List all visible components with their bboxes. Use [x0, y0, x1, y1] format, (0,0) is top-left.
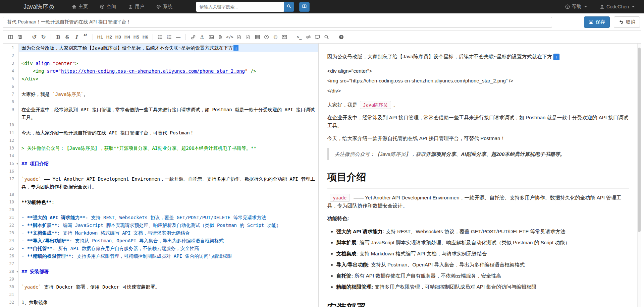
- token-header: ## 项目介绍: [21, 161, 49, 166]
- nav-item-home[interactable]: 主页: [72, 4, 88, 10]
- source-line: 15▼## 项目介绍: [3, 160, 318, 168]
- strikethrough-label: S: [65, 34, 69, 40]
- undo-arrow-icon: [619, 19, 624, 25]
- unwatch-button[interactable]: [304, 33, 313, 42]
- save-button[interactable]: [15, 33, 24, 42]
- article-title-input[interactable]: [3, 17, 552, 28]
- source-line: 22- **脚本扩展**: 编写 JavaScript 脚本实现请求预处理、响应…: [3, 222, 318, 229]
- help-icon: ?: [339, 35, 344, 40]
- token-txt: 支持 Docker 部署，使用 Docker 可快速安装部署。: [41, 284, 160, 290]
- datetime-button[interactable]: [262, 33, 271, 42]
- line-number: 6: [3, 83, 19, 90]
- source-line: 10: [3, 121, 318, 129]
- ordered-list-button[interactable]: 123: [165, 33, 173, 42]
- token-txt: :: [52, 199, 54, 205]
- layout-toggle-button[interactable]: [299, 2, 310, 12]
- help-button[interactable]: ?: [337, 33, 345, 42]
- help-menu[interactable]: ? 帮助: [565, 4, 587, 10]
- source-line-text: - **脚本扩展**: 编写 JavaScript 脚本实现请求预处理、响应解析…: [19, 222, 318, 229]
- token-quote: > 关注微信公众号：【Java陈序员】，获取**开源项目分享、AI副业分享、超2…: [21, 145, 256, 151]
- preview-paragraph: 今天，给大家介绍一款开源自托管的在线 API 接口管理平台，可替代 Postma…: [327, 134, 629, 142]
- inline-code-button[interactable]: </>: [225, 33, 234, 42]
- fold-arrow-icon[interactable]: ▼: [16, 268, 18, 275]
- nav-item-system[interactable]: 系统: [156, 4, 172, 10]
- line-number: 12: [3, 137, 19, 144]
- source-line: 30`yaade` 支持 Docker 部署，使用 Docker 可快速安装部署…: [3, 283, 318, 291]
- preview-scrollbar-thumb[interactable]: [638, 48, 641, 232]
- link-button[interactable]: [189, 33, 197, 42]
- search-button[interactable]: [284, 2, 294, 12]
- token-txt: —— Yet Another API Development Environme…: [21, 176, 315, 189]
- line-number: 1: [3, 44, 19, 52]
- source-line: 24- **导入/导出功能**: 支持从 Postman、OpenAPI 导入集…: [3, 237, 318, 245]
- user-menu[interactable]: CodeChen: [600, 4, 635, 9]
- preview-text: —— Yet Another API Development Environme…: [327, 195, 622, 208]
- source-pane[interactable]: 1因为公众号改版，大家别忘了给【Java陈序员】设个星标，后续才不会失联~星标的…: [3, 44, 319, 307]
- link-icon: [191, 35, 196, 40]
- token-lstrong: **脚本扩展**: [27, 223, 57, 228]
- source-line-text: </div>: [19, 75, 318, 83]
- list-item: 文档集成: 支持 Markdown 格式编写 API 文档，与请求实例无缝结合: [336, 250, 629, 258]
- title-bar: 保存 取消: [0, 13, 644, 30]
- nav-item-users[interactable]: 用户: [128, 4, 144, 10]
- gear-icon: [156, 4, 161, 9]
- preview-scrollbar-track[interactable]: [637, 44, 641, 307]
- source-line-text: - **自托管**: 所有 API 数据存储在用户自有服务器，不依赖云端服务，安…: [19, 245, 318, 252]
- undo-button[interactable]: ↺: [30, 33, 39, 42]
- italic-button[interactable]: I: [72, 33, 80, 42]
- attachment-button[interactable]: [216, 33, 224, 42]
- source-line-text: <div align="center">: [19, 60, 318, 67]
- token-str: ": [58, 68, 61, 74]
- goto-line-button[interactable]: >_: [295, 33, 304, 42]
- cube-icon: [100, 4, 105, 9]
- preview-pane[interactable]: 因为公众号改版，大家别忘了给【Java陈序员】设个星标，后续才不会失联~星标的设…: [319, 44, 641, 307]
- toolbar-divider: [27, 34, 27, 40]
- fold-arrow-icon[interactable]: ▼: [16, 160, 18, 168]
- copyright-button[interactable]: ©: [271, 33, 280, 42]
- top-navbar: Java陈序员 主页 空间 用户 系统 ? 帮助: [0, 0, 644, 13]
- token-list: : 支持 REST、Websockets 协议，覆盖 GET/POST/PUT/…: [86, 215, 266, 220]
- save-button[interactable]: 保存: [584, 16, 610, 28]
- section-heading: 项目介绍: [327, 169, 629, 189]
- list-item: 精细的权限管理: 支持多用户权限管理，可精细控制团队成员对 API 集合的访问与…: [336, 283, 629, 291]
- line-number: 24: [3, 237, 19, 245]
- fullscreen-preview-button[interactable]: [313, 33, 322, 42]
- image-button[interactable]: [207, 33, 215, 42]
- h2-button[interactable]: H2: [105, 33, 113, 42]
- nav-item-space[interactable]: 空间: [100, 4, 116, 10]
- split-view-button[interactable]: [6, 33, 15, 42]
- source-line-text: [19, 291, 318, 299]
- code-block-button[interactable]: [235, 33, 244, 42]
- h5-button[interactable]: H5: [132, 33, 141, 42]
- quote-button[interactable]: “: [81, 33, 90, 42]
- h3-button[interactable]: H3: [114, 33, 122, 42]
- token-list: -: [21, 215, 27, 220]
- user-icon: [600, 4, 604, 9]
- line-number: 18: [3, 191, 19, 198]
- search-input[interactable]: [196, 2, 284, 12]
- redo-button[interactable]: ↻: [39, 33, 48, 42]
- h6-label: H6: [143, 35, 148, 40]
- html-entities-button[interactable]: [280, 33, 289, 42]
- h1-button[interactable]: H1: [96, 33, 104, 42]
- search-button[interactable]: [322, 33, 331, 42]
- cancel-button[interactable]: 取消: [614, 16, 640, 28]
- unordered-list-button[interactable]: [156, 33, 164, 42]
- toolbar-divider: [334, 34, 334, 40]
- table-button[interactable]: [253, 33, 262, 42]
- source-line-text: ## 安装部署: [19, 268, 318, 275]
- source-line: 29: [3, 275, 318, 283]
- horizontal-rule-button[interactable]: —: [174, 33, 182, 42]
- brand-logo[interactable]: Java陈序员: [23, 3, 54, 11]
- preformatted-button[interactable]: [244, 33, 253, 42]
- anchor-button[interactable]: ⚓: [198, 33, 206, 42]
- h4-button[interactable]: H4: [123, 33, 131, 42]
- line-number: 26: [3, 252, 19, 260]
- strikethrough-button[interactable]: S: [63, 33, 71, 42]
- token-list: -: [21, 230, 27, 236]
- source-line-text: [19, 52, 318, 60]
- h6-button[interactable]: H6: [141, 33, 150, 42]
- toolbar-divider: [51, 34, 51, 40]
- image-url-link[interactable]: https://chen-coding.oss-cn-shenzhen.aliy…: [61, 68, 245, 74]
- bold-button[interactable]: B: [54, 33, 62, 42]
